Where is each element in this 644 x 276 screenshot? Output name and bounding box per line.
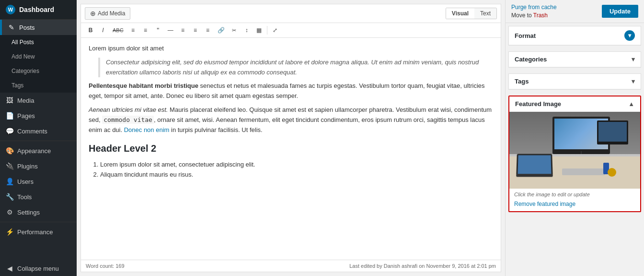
categories-section: Categories ▾ (508, 51, 641, 68)
editor-blockquote: Consectetur adipisicing elit, sed do eiu… (98, 58, 493, 78)
align-center-button[interactable]: ≡ (190, 25, 201, 35)
sidebar-item-media[interactable]: 🖼 Media (0, 93, 77, 108)
editor-body[interactable]: Lorem ipsum dolor sit amet Consectetur a… (81, 38, 501, 260)
performance-label: Performance (17, 228, 53, 236)
italic-button[interactable]: I (97, 25, 109, 35)
ul-button[interactable]: ≡ (127, 25, 139, 35)
add-new-label: Add New (12, 53, 35, 60)
trash-row: Move to Trash (511, 12, 557, 19)
remove-featured-link[interactable]: Remove featured image (514, 201, 575, 207)
pages-icon: 📄 (6, 112, 13, 120)
collapse-icon: ◀ (6, 264, 13, 272)
trash-move-to: Move to (511, 12, 532, 19)
sidebar-divider-2 (0, 222, 77, 222)
dashboard-label: Dashboard (19, 6, 54, 13)
fullscreen-button[interactable]: ⤢ (269, 25, 281, 35)
performance-icon: ⚡ (6, 228, 13, 236)
comments-label: Comments (17, 128, 47, 135)
featured-image-collapse-icon: ▲ (628, 100, 634, 108)
sidebar-item-pages[interactable]: 📄 Pages (0, 108, 77, 123)
editor-ordered-list: Lorem ipsum dolor sit amet, consectetuer… (100, 160, 493, 180)
featured-image-label: Featured Image (515, 100, 561, 108)
formatting-toolbar: B I ABC ≡ ≡ " — ≡ ≡ ≡ 🔗 ✂ ↕ ▦ ⤢ (81, 23, 501, 38)
wp-logo-icon: W (6, 5, 15, 14)
editor-link[interactable]: Donec non enim (124, 126, 170, 133)
featured-image-header[interactable]: Featured Image ▲ (509, 96, 640, 112)
sidebar-item-performance[interactable]: ⚡ Performance (0, 224, 77, 240)
categories-arrow-icon: ▾ (632, 56, 635, 63)
editor-container: ⊕ Add Media Visual Text B I ABC ≡ ≡ " — … (80, 4, 501, 272)
main-content: ⊕ Add Media Visual Text B I ABC ≡ ≡ " — … (77, 0, 505, 276)
users-icon: 👤 (6, 178, 13, 185)
ol-button[interactable]: ≡ (140, 25, 151, 35)
add-media-label: Add Media (98, 10, 125, 17)
sidebar-item-add-new[interactable]: Add New (0, 49, 77, 64)
tags-header[interactable]: Tags ▾ (509, 74, 641, 89)
trash-label-red: Trash (533, 12, 548, 19)
laptop-base (516, 174, 553, 177)
settings-label: Settings (17, 209, 40, 216)
remove-featured-container: Remove featured image (509, 200, 640, 211)
sidebar-item-users[interactable]: 👤 Users (0, 174, 77, 189)
hr-button[interactable]: — (165, 25, 176, 35)
view-tabs: Visual Text (446, 8, 497, 19)
editor-heading-2: Header Level 2 (89, 141, 493, 156)
collapse-label: Collapse menu (17, 265, 59, 272)
editor-list-item-2: Aliquam tincidunt mauris eu risus. (100, 170, 493, 180)
sidebar-item-settings[interactable]: ⚙ Settings (0, 204, 77, 220)
format-section: Format ▾ (508, 26, 641, 46)
dashboard-logo[interactable]: W Dashboard (0, 0, 77, 20)
update-button[interactable]: Update (602, 5, 638, 18)
sidebar-item-categories[interactable]: Categories (0, 64, 77, 78)
sidebar: W Dashboard ✎ Posts All Posts Add New Ca… (0, 0, 77, 276)
sidebar-item-comments[interactable]: 💬 Comments (0, 123, 77, 139)
sidebar-item-tools[interactable]: 🔧 Tools (0, 189, 77, 204)
tab-visual[interactable]: Visual (446, 8, 474, 19)
format-dropdown-icon: ▾ (624, 30, 635, 41)
editor-para-1: Lorem ipsum dolor sit amet (89, 44, 493, 54)
indent-button[interactable]: ↕ (241, 25, 253, 35)
move-to-trash-link[interactable]: Move to Trash (511, 12, 548, 19)
publish-box: Purge from cache Move to Trash Update (506, 0, 644, 23)
sidebar-item-tags[interactable]: Tags (0, 78, 77, 93)
align-left-button[interactable]: ≡ (177, 25, 189, 35)
sidebar-posts-label: Posts (19, 24, 35, 31)
posts-icon: ✎ (8, 24, 15, 31)
sidebar-item-posts[interactable]: ✎ Posts (0, 20, 77, 35)
editor-italic-text: Aenean ultricies mi vitae est. (89, 106, 168, 113)
last-edited: Last edited by Danish ashrafi on Novembe… (349, 263, 496, 269)
bold-button[interactable]: B (85, 25, 96, 35)
right-sidebar: Purge from cache Move to Trash Update Fo… (505, 0, 644, 276)
appearance-label: Appearance (17, 147, 51, 155)
featured-image-caption: Click the image to edit or update (509, 189, 640, 200)
tab-text[interactable]: Text (474, 8, 496, 19)
toolbar-separator (267, 26, 267, 35)
sidebar-item-appearance[interactable]: 🎨 Appearance (0, 143, 77, 158)
pages-label: Pages (17, 112, 35, 120)
purge-trash-row: Purge from cache Move to Trash (511, 4, 557, 19)
unlink-button[interactable]: ✂ (229, 26, 240, 35)
tags-sub-label: Tags (12, 82, 23, 89)
tools-icon: 🔧 (6, 193, 13, 201)
media-label: Media (17, 97, 34, 104)
plugins-icon: 🔌 (6, 162, 13, 170)
sidebar-item-plugins[interactable]: 🔌 Plugins (0, 158, 77, 174)
editor-para-3-end: in turpis pulvinar facilisis. Ut felis. (169, 126, 262, 133)
blockquote-button[interactable]: " (152, 25, 164, 36)
link-button[interactable]: 🔗 (215, 25, 228, 35)
align-right-button[interactable]: ≡ (202, 25, 214, 35)
word-count: Word count: 169 (86, 263, 125, 269)
sidebar-item-all-posts[interactable]: All Posts (0, 35, 77, 49)
laptop-screen (518, 155, 551, 174)
table-button[interactable]: ▦ (253, 25, 265, 35)
add-media-button[interactable]: ⊕ Add Media (85, 7, 130, 20)
sidebar-collapse-menu[interactable]: ◀ Collapse menu (0, 261, 77, 276)
tags-arrow-icon: ▾ (632, 78, 635, 85)
featured-image-preview[interactable] (509, 112, 640, 189)
appearance-icon: 🎨 (6, 147, 13, 155)
add-media-icon: ⊕ (90, 10, 96, 17)
purge-cache-link[interactable]: Purge from cache (511, 4, 557, 11)
strikethrough-button[interactable]: ABC (110, 26, 126, 35)
categories-header[interactable]: Categories ▾ (509, 52, 641, 67)
format-header[interactable]: Format ▾ (509, 26, 641, 45)
